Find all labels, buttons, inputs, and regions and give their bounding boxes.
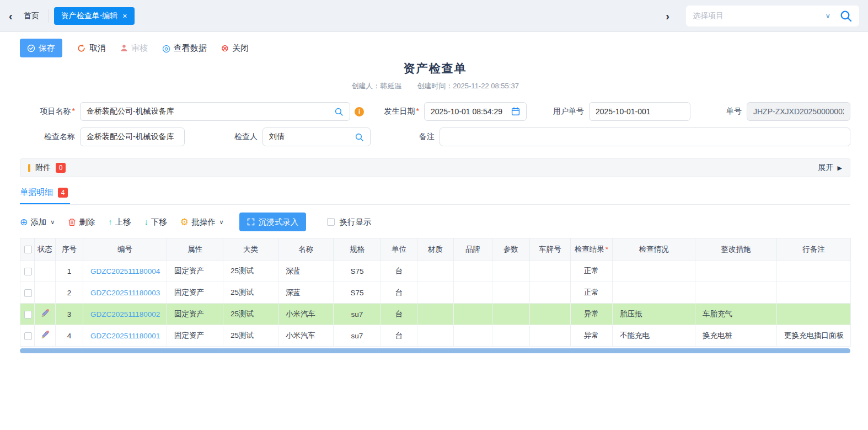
remark-label: 备注 [411, 132, 435, 142]
doc-no-input: JHZP-ZXJXD20250000002 [747, 102, 850, 121]
close-circle-icon: ⊗ [221, 44, 229, 53]
detail-tabs: 单据明细 4 [20, 187, 850, 205]
check-name-input[interactable]: 金桥装配公司-机械设备库 [80, 128, 185, 146]
detail-table: 状态序号编号属性大类名称规格单位材质品牌参数车牌号检查结果*检查情况整改措施行备… [20, 238, 851, 347]
row-status-cell [35, 261, 56, 282]
document-header: 资产检查单 创建人：韩延温 创建时间：2025-11-22 08:55:37 [20, 61, 850, 91]
move-down-label: 下移 [151, 217, 167, 227]
save-label: 保存 [39, 43, 55, 54]
batch-label: 批操作 [191, 217, 216, 227]
expand-arrow-icon: ▶ [838, 164, 842, 172]
field-search-icon[interactable] [334, 107, 344, 116]
tabs-scroll-right-icon[interactable]: › [666, 10, 669, 22]
move-up-label: 上移 [115, 217, 131, 227]
view-data-button[interactable]: ◎ 查看数据 [162, 43, 207, 54]
checker-label: 检查人 [224, 132, 258, 142]
user-no-input[interactable]: 2025-10-01-001 [589, 102, 690, 121]
horizontal-scrollbar[interactable] [20, 348, 850, 353]
cell-code: GDZC202511180002 [83, 304, 167, 325]
tab-home[interactable]: 首页 [24, 11, 39, 21]
cell-check-result: 正常 [571, 261, 613, 282]
row-checkbox[interactable] [24, 268, 32, 275]
row-status-cell [35, 304, 56, 325]
attachment-label: 附件 [35, 163, 51, 173]
tab-close-icon[interactable]: × [122, 12, 127, 20]
cell-material [417, 304, 454, 325]
asset-code-link[interactable]: GDZC202511180001 [90, 332, 160, 340]
cell-check-situation: 不能充电 [613, 325, 695, 347]
cell-unit: 台 [381, 261, 417, 282]
close-button[interactable]: ⊗ 关闭 [221, 43, 249, 54]
audit-label: 审核 [131, 43, 148, 54]
immersive-entry-button[interactable]: 沉浸式录入 [239, 213, 307, 231]
cell-code: GDZC202511180001 [83, 325, 167, 347]
cell-unit: 台 [381, 325, 417, 347]
cell-rectify-measure [695, 261, 777, 282]
cell-category: 25测试 [223, 304, 278, 325]
expand-button[interactable]: 展开 ▶ [818, 163, 842, 173]
project-select[interactable]: 选择项目 ∨ [686, 6, 859, 26]
row-checkbox[interactable] [24, 289, 32, 297]
calendar-icon[interactable] [511, 107, 520, 116]
add-button[interactable]: ⊕ 添加 ∨ [20, 216, 55, 228]
view-data-label: 查看数据 [174, 43, 207, 54]
row-status-cell [35, 282, 56, 304]
row-checkbox[interactable] [24, 332, 32, 340]
cell-name: 深蓝 [278, 261, 334, 282]
occur-date-input[interactable]: 2025-10-01 08:54:29 [424, 102, 527, 121]
cell-attribute: 固定资产 [167, 261, 223, 282]
row-select-cell [20, 282, 35, 304]
column-header: 属性 [167, 238, 223, 261]
cell-parameter [492, 325, 530, 347]
select-all-checkbox[interactable] [24, 246, 32, 253]
asset-code-link[interactable]: GDZC202511180002 [90, 310, 160, 318]
attachment-bar: 附件 0 展开 ▶ [20, 158, 850, 177]
detail-tab-label: 单据明细 [20, 187, 53, 198]
gear-icon: ⚙ [180, 216, 189, 228]
table-row: 4GDZC202511180001固定资产25测试小米汽车su7台异常不能充电换… [20, 325, 851, 347]
trash-icon [68, 218, 76, 226]
batch-operation-button[interactable]: ⚙ 批操作 ∨ [180, 216, 224, 228]
cell-seq: 3 [56, 304, 83, 325]
tab-divider [48, 9, 49, 23]
row-checkbox[interactable] [24, 311, 32, 318]
arrow-down-icon: ↓ [144, 217, 148, 226]
check-circle-icon [27, 44, 35, 52]
column-header: 检查结果* [571, 238, 613, 261]
move-up-button[interactable]: ↑ 上移 [108, 217, 131, 227]
cell-material [417, 261, 454, 282]
close-label: 关闭 [232, 43, 249, 54]
tabs-scroll-left-icon[interactable]: ‹ [9, 10, 13, 22]
wrap-checkbox[interactable] [327, 218, 335, 226]
chevron-down-icon[interactable]: ∨ [825, 12, 831, 20]
asset-code-link[interactable]: GDZC202511180003 [90, 289, 160, 297]
search-icon[interactable] [839, 9, 853, 23]
table-row: 3GDZC202511180002固定资产25测试小米汽车su7台异常胎压抵车胎… [20, 304, 851, 325]
wrap-label: 换行显示 [339, 217, 371, 227]
chevron-down-icon: ∨ [50, 219, 55, 226]
wrap-display-toggle[interactable]: 换行显示 [327, 217, 371, 227]
tab-detail-list[interactable]: 单据明细 4 [20, 187, 70, 204]
info-icon[interactable]: i [355, 107, 364, 116]
checker-input[interactable]: 刘倩 [262, 128, 371, 146]
tab-asset-check-edit[interactable]: 资产检查单-编辑 × [54, 7, 135, 25]
project-name-input[interactable]: 金桥装配公司-机械设备库 [80, 102, 350, 121]
move-down-button[interactable]: ↓ 下移 [144, 217, 167, 227]
audit-button[interactable]: 审核 [120, 43, 148, 54]
cell-material [417, 325, 454, 347]
field-search-icon[interactable] [355, 132, 364, 142]
page-title: 资产检查单 [20, 61, 850, 76]
asset-code-link[interactable]: GDZC202511180004 [90, 267, 160, 275]
save-button[interactable]: 保存 [20, 39, 62, 57]
add-circle-icon: ⊕ [20, 216, 28, 228]
cell-parameter [492, 261, 530, 282]
arrow-up-icon: ↑ [108, 217, 112, 226]
cancel-button[interactable]: 取消 [77, 43, 106, 54]
remark-input[interactable] [440, 128, 850, 146]
column-header: 单位 [381, 238, 417, 261]
cell-spec: S75 [334, 261, 381, 282]
action-toolbar: 保存 取消 审核 ◎ 查看数据 ⊗ 关闭 [20, 39, 850, 57]
column-header: 序号 [56, 238, 83, 261]
delete-button[interactable]: 删除 [68, 217, 95, 227]
cell-brand [454, 304, 492, 325]
